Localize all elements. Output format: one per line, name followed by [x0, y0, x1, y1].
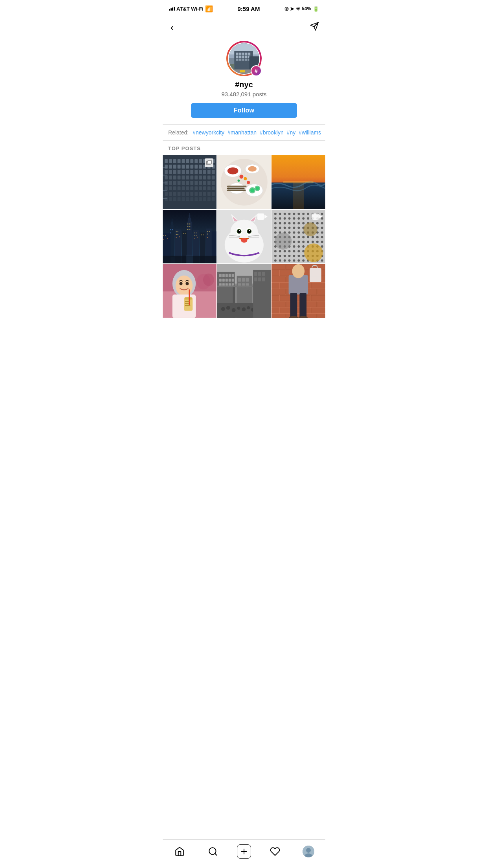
svg-point-349 — [304, 222, 318, 236]
svg-rect-69 — [190, 175, 193, 179]
svg-point-252 — [288, 222, 291, 224]
battery-label: 54% — [302, 6, 311, 11]
direction-icon: ➤ — [290, 6, 294, 12]
multi-image-icon — [205, 158, 213, 167]
svg-rect-377 — [222, 279, 225, 282]
svg-point-358 — [185, 282, 189, 285]
svg-rect-17 — [242, 59, 244, 61]
svg-point-219 — [241, 238, 247, 243]
svg-rect-455 — [310, 268, 321, 282]
svg-rect-410 — [258, 278, 261, 281]
svg-point-398 — [231, 308, 235, 312]
svg-rect-62 — [212, 170, 215, 174]
svg-point-314 — [321, 245, 323, 248]
svg-rect-90 — [178, 186, 181, 190]
posts-grid — [163, 155, 325, 318]
svg-rect-425 — [272, 283, 279, 289]
svg-rect-421 — [272, 277, 286, 282]
svg-point-298 — [298, 241, 300, 243]
svg-point-258 — [316, 222, 319, 224]
svg-rect-186 — [207, 231, 208, 232]
related-tag-manhattan[interactable]: #manhattan — [227, 129, 257, 136]
svg-point-249 — [274, 222, 277, 224]
svg-point-146 — [250, 188, 254, 192]
svg-rect-78 — [178, 181, 181, 185]
svg-point-275 — [293, 231, 295, 234]
svg-rect-93 — [190, 186, 193, 190]
svg-rect-168 — [170, 229, 171, 230]
svg-rect-84 — [203, 181, 206, 185]
svg-rect-100 — [169, 192, 172, 196]
svg-rect-224 — [257, 213, 264, 220]
svg-point-367 — [203, 274, 214, 286]
svg-rect-59 — [199, 170, 202, 174]
svg-rect-407 — [258, 272, 261, 276]
profile-name: #nyc — [235, 80, 253, 89]
svg-point-229 — [284, 213, 286, 215]
svg-rect-380 — [231, 279, 234, 282]
follow-button[interactable]: Follow — [191, 103, 297, 118]
svg-point-265 — [298, 226, 300, 229]
svg-point-326 — [274, 255, 277, 257]
svg-rect-55 — [182, 170, 185, 174]
signal-bars — [169, 7, 175, 11]
svg-point-341 — [293, 259, 295, 261]
svg-rect-16 — [239, 59, 242, 61]
svg-rect-81 — [190, 181, 193, 185]
svg-rect-200 — [167, 238, 168, 239]
svg-rect-106 — [194, 192, 198, 196]
svg-rect-61 — [207, 170, 211, 174]
svg-rect-120 — [203, 197, 206, 201]
svg-rect-372 — [222, 274, 225, 277]
svg-rect-13 — [245, 55, 248, 58]
svg-rect-379 — [228, 279, 231, 282]
svg-rect-60 — [203, 170, 206, 174]
svg-point-315 — [274, 250, 277, 252]
svg-rect-184 — [194, 235, 194, 236]
svg-rect-119 — [199, 197, 202, 201]
svg-rect-8 — [245, 53, 248, 55]
grid-item-6[interactable] — [272, 210, 325, 264]
wifi-icon: 📶 — [205, 5, 213, 13]
grid-item-1[interactable] — [163, 155, 216, 209]
svg-point-340 — [288, 259, 291, 261]
svg-rect-101 — [173, 192, 176, 196]
grid-item-7[interactable] — [163, 264, 216, 318]
svg-rect-444 — [311, 308, 325, 313]
svg-rect-161 — [189, 226, 190, 227]
grid-item-2[interactable] — [217, 155, 271, 209]
svg-rect-363 — [185, 301, 189, 302]
svg-point-328 — [284, 255, 286, 257]
grid-item-4[interactable] — [163, 210, 216, 264]
svg-rect-159 — [189, 223, 190, 224]
svg-rect-79 — [182, 181, 185, 185]
related-tag-ny[interactable]: #ny — [287, 129, 296, 136]
svg-rect-167 — [172, 218, 172, 222]
grid-item-3[interactable] — [272, 155, 325, 209]
back-button[interactable]: ‹ — [169, 20, 175, 35]
related-tag-newyorkcity[interactable]: #newyorkcity — [193, 129, 224, 136]
svg-rect-56 — [186, 170, 189, 174]
svg-point-319 — [293, 250, 295, 252]
svg-rect-71 — [199, 175, 202, 179]
svg-rect-76 — [169, 181, 172, 185]
svg-rect-108 — [203, 192, 206, 196]
svg-rect-34 — [194, 159, 198, 163]
svg-point-143 — [237, 179, 240, 182]
grid-item-8[interactable] — [217, 264, 271, 318]
grid-item-9[interactable] — [272, 264, 325, 318]
svg-rect-44 — [186, 165, 189, 169]
svg-point-343 — [303, 259, 305, 261]
svg-rect-189 — [163, 235, 164, 236]
svg-rect-43 — [182, 165, 185, 169]
send-button[interactable] — [310, 22, 319, 33]
related-tag-brooklyn[interactable]: #brooklyn — [260, 129, 284, 136]
hashtag-badge: # — [251, 65, 262, 76]
svg-rect-126 — [163, 190, 167, 191]
svg-point-401 — [247, 306, 250, 309]
svg-rect-179 — [178, 231, 178, 232]
related-tag-williams[interactable]: #williams — [299, 129, 321, 136]
grid-item-5[interactable] — [217, 210, 271, 264]
svg-rect-63 — [165, 175, 168, 179]
svg-rect-169 — [172, 229, 173, 230]
